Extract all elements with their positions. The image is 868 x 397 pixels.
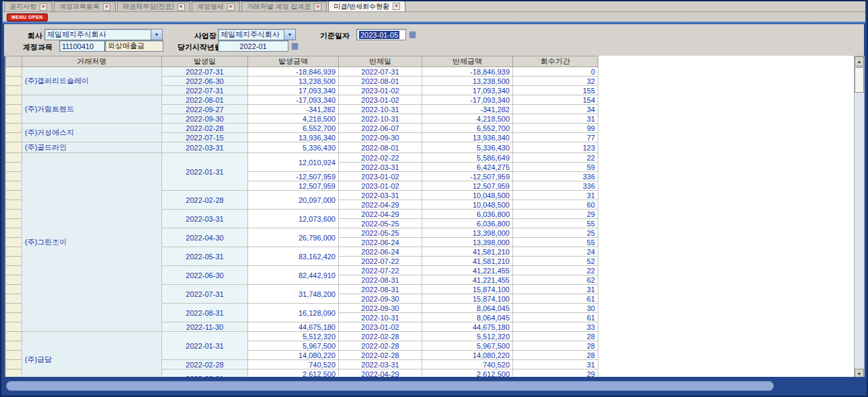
row-gutter-cell[interactable] (6, 257, 22, 266)
days-cell[interactable]: 77 (513, 133, 598, 142)
settle-amount-cell[interactable]: 15,874,100 (422, 285, 513, 294)
days-cell[interactable]: 28 (513, 351, 598, 360)
issue-date-cell[interactable]: 2022-07-31 (162, 67, 248, 77)
days-cell[interactable]: 59 (513, 163, 598, 172)
column-header[interactable]: 발생일 (162, 56, 248, 67)
row-gutter-cell[interactable] (6, 219, 22, 228)
days-cell[interactable]: 22 (513, 153, 598, 163)
settle-date-cell[interactable]: 2022-07-22 (339, 257, 422, 266)
days-cell[interactable]: 31 (513, 191, 598, 200)
settle-date-cell[interactable]: 2022-02-28 (339, 341, 422, 351)
settle-amount-cell[interactable]: 41,581,210 (422, 257, 513, 266)
days-cell[interactable]: 28 (513, 341, 598, 351)
settle-date-cell[interactable]: 2022-08-01 (339, 77, 422, 86)
settle-date-cell[interactable]: 2022-03-31 (339, 191, 422, 200)
issue-date-cell[interactable]: 2022-02-28 (162, 191, 248, 210)
issue-date-cell[interactable]: 2022-07-31 (162, 86, 248, 95)
days-cell[interactable]: 52 (513, 257, 598, 266)
days-cell[interactable]: 62 (513, 275, 598, 285)
issue-amount-cell[interactable]: 5,512,320 (248, 332, 339, 341)
tab-item[interactable]: 공지사항× (4, 1, 52, 11)
issue-date-cell[interactable]: 2022-09-27 (162, 105, 248, 114)
row-gutter-cell[interactable] (6, 351, 22, 360)
row-gutter-cell[interactable] (6, 105, 22, 114)
row-gutter-cell[interactable] (6, 114, 22, 124)
customer-cell[interactable]: (주)골드라인 (22, 142, 162, 153)
customer-cell[interactable]: (주)금담 (22, 332, 162, 380)
settle-amount-cell[interactable]: 17,093,340 (422, 86, 513, 95)
settle-amount-cell[interactable]: 740,520 (422, 360, 513, 369)
settle-date-cell[interactable]: 2023-01-02 (339, 95, 422, 105)
issue-date-cell[interactable]: 2022-08-01 (162, 95, 248, 105)
days-cell[interactable]: 55 (513, 219, 598, 228)
settle-date-cell[interactable]: 2022-05-25 (339, 228, 422, 238)
row-gutter-cell[interactable] (6, 332, 22, 341)
settle-amount-cell[interactable]: 13,936,340 (422, 133, 513, 142)
days-cell[interactable]: 155 (513, 86, 598, 95)
settle-date-cell[interactable]: 2022-03-31 (339, 360, 422, 369)
settle-amount-cell[interactable]: -17,093,340 (422, 95, 513, 105)
tab-close-icon[interactable]: × (103, 3, 110, 11)
days-cell[interactable]: 25 (513, 228, 598, 238)
settle-date-cell[interactable]: 2022-08-31 (339, 285, 422, 294)
settle-amount-cell[interactable]: 5,336,430 (422, 142, 513, 153)
settle-date-cell[interactable]: 2022-05-25 (339, 219, 422, 228)
issue-amount-cell[interactable]: 12,073,600 (248, 210, 339, 228)
days-cell[interactable]: 336 (513, 181, 598, 191)
issue-amount-cell[interactable]: -18,846,939 (248, 67, 339, 77)
customer-cell[interactable]: (주)거림트렌드 (22, 95, 162, 124)
period-input[interactable]: 2022-01 (218, 40, 288, 52)
settle-amount-cell[interactable]: 14,080,220 (422, 351, 513, 360)
row-gutter-cell[interactable] (6, 191, 22, 200)
tab-item[interactable]: 거래처별 계정 집계표× (241, 1, 327, 11)
settle-date-cell[interactable]: 2022-08-31 (339, 275, 422, 285)
row-gutter-cell[interactable] (6, 247, 22, 257)
column-header[interactable]: 회수기간 (513, 56, 598, 67)
row-gutter-cell[interactable] (6, 294, 22, 304)
row-gutter-cell[interactable] (6, 95, 22, 105)
settle-date-cell[interactable]: 2022-06-24 (339, 238, 422, 247)
vertical-scrollbar[interactable]: ▲ ▼ (854, 56, 865, 380)
row-gutter-cell[interactable] (6, 275, 22, 285)
settle-amount-cell[interactable]: 12,507,959 (422, 181, 513, 191)
calendar-icon[interactable]: ▦ (408, 30, 417, 39)
settle-amount-cell[interactable]: 13,398,000 (422, 238, 513, 247)
issue-amount-cell[interactable]: 14,080,220 (248, 351, 339, 360)
issue-date-cell[interactable]: 2022-09-30 (162, 114, 248, 124)
row-gutter-cell[interactable] (6, 86, 22, 95)
settle-amount-cell[interactable]: 10,048,500 (422, 200, 513, 210)
settle-amount-cell[interactable]: -12,507,959 (422, 172, 513, 181)
row-gutter-cell[interactable] (6, 266, 22, 275)
tab-close-icon[interactable]: × (177, 3, 185, 11)
customer-cell[interactable]: (주)갤러리드슬레이 (22, 67, 162, 95)
settle-amount-cell[interactable]: 8,064,045 (422, 304, 513, 313)
row-gutter-cell[interactable] (6, 153, 22, 163)
days-cell[interactable]: 123 (513, 142, 598, 153)
settle-date-cell[interactable]: 2023-01-02 (339, 322, 422, 332)
issue-amount-cell[interactable]: 16,128,090 (248, 304, 339, 322)
issue-date-cell[interactable]: 2022-06-30 (162, 77, 248, 86)
tab-active[interactable]: 미결/반제회수현황× (328, 1, 405, 11)
issue-date-cell[interactable]: 2022-01-31 (162, 332, 248, 360)
settle-date-cell[interactable]: 2022-04-29 (339, 210, 422, 219)
settle-amount-cell[interactable]: 41,581,210 (422, 247, 513, 257)
settle-amount-cell[interactable]: 41,221,455 (422, 275, 513, 285)
days-cell[interactable]: 22 (513, 266, 598, 275)
days-cell[interactable]: 336 (513, 172, 598, 181)
row-gutter-cell[interactable] (6, 142, 22, 153)
settle-date-cell[interactable]: 2022-04-29 (339, 200, 422, 210)
settle-date-cell[interactable]: 2023-01-02 (339, 181, 422, 191)
settle-amount-cell[interactable]: 15,874,100 (422, 294, 513, 304)
row-gutter-cell[interactable] (6, 77, 22, 86)
settle-date-cell[interactable]: 2022-06-24 (339, 247, 422, 257)
tab-close-icon[interactable]: × (393, 3, 400, 10)
settle-amount-cell[interactable]: -341,282 (422, 105, 513, 114)
days-cell[interactable]: 24 (513, 247, 598, 257)
settle-amount-cell[interactable]: 5,586,649 (422, 153, 513, 163)
scrollbar-thumb[interactable] (855, 67, 864, 93)
issue-date-cell[interactable]: 2022-06-30 (162, 266, 248, 285)
days-cell[interactable]: 33 (513, 322, 598, 332)
column-header[interactable]: 반제금액 (422, 56, 513, 67)
row-gutter-cell[interactable] (6, 322, 22, 332)
row-gutter-cell[interactable] (6, 313, 22, 322)
